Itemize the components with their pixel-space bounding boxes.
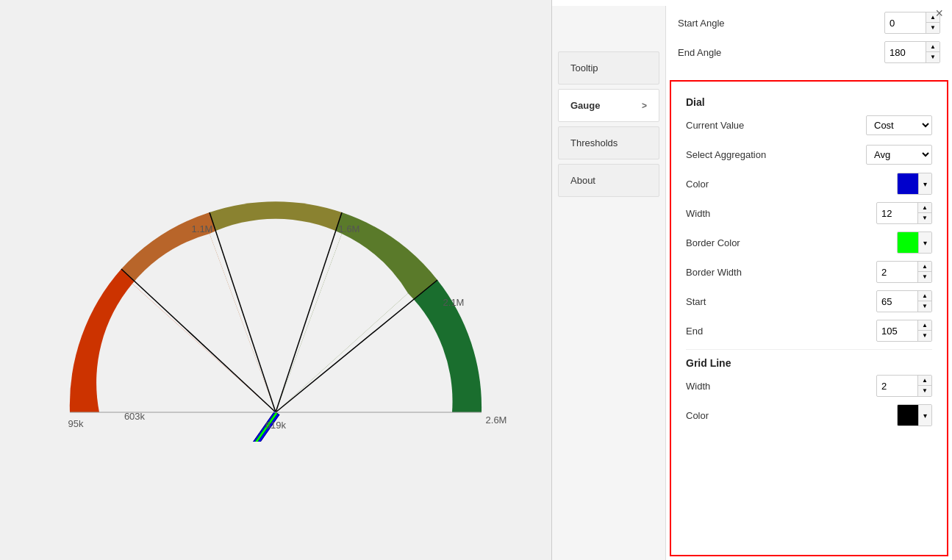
aggregation-control[interactable]: Avg Sum Min Max <box>866 145 932 165</box>
svg-text:2.1M: 2.1M <box>443 297 465 308</box>
end-angle-up[interactable]: ▲ <box>926 42 940 52</box>
start-angle-label: Start Angle <box>678 18 884 29</box>
close-button[interactable]: × <box>935 6 943 21</box>
dial-width-input[interactable]: ▲ ▼ <box>876 202 932 224</box>
dial-start-label: Start <box>686 296 876 307</box>
end-angle-down[interactable]: ▼ <box>926 52 940 62</box>
grid-width-down[interactable]: ▼ <box>918 386 931 396</box>
aggregation-select[interactable]: Avg Sum Min Max <box>866 145 932 165</box>
nav-thresholds[interactable]: Thresholds <box>558 126 659 159</box>
border-width-label: Border Width <box>686 267 876 278</box>
svg-text:603k: 603k <box>124 411 146 422</box>
dial-end-field[interactable] <box>877 323 917 340</box>
end-angle-label: End Angle <box>678 47 884 58</box>
border-color-swatch[interactable] <box>898 232 918 253</box>
svg-text:1.1M: 1.1M <box>192 223 213 234</box>
svg-text:1.6M: 1.6M <box>339 223 360 234</box>
dial-color-label: Color <box>686 179 897 190</box>
panel-top-bar: × <box>552 0 952 6</box>
grid-line-section-title: Grid Line <box>686 357 932 369</box>
dial-color-dropdown[interactable]: ▾ <box>918 173 931 194</box>
border-color-dropdown[interactable]: ▾ <box>918 232 931 253</box>
grid-color-picker[interactable]: ▾ <box>897 404 932 426</box>
right-panel: × Tooltip Gauge > Thresholds About Sta <box>551 0 952 560</box>
start-angle-down[interactable]: ▼ <box>926 23 940 33</box>
dial-start-input[interactable]: ▲ ▼ <box>876 290 932 312</box>
border-color-picker[interactable]: ▾ <box>897 231 932 254</box>
current-value-select[interactable]: Cost Revenue Profit <box>866 115 932 135</box>
grid-color-swatch[interactable] <box>898 405 918 426</box>
dial-section-title: Dial <box>686 96 932 108</box>
dial-start-down[interactable]: ▼ <box>918 301 931 312</box>
svg-text:2.6M: 2.6M <box>486 414 507 426</box>
current-value-label: Current Value <box>686 120 866 131</box>
dial-panel: Dial Current Value Cost Revenue Profit S… <box>670 80 948 556</box>
top-controls: Start Angle ▲ ▼ End Angle ▲ <box>666 6 952 76</box>
dial-end-up[interactable]: ▲ <box>918 320 931 331</box>
border-color-label: Border Color <box>686 237 897 248</box>
start-angle-field[interactable] <box>885 15 926 32</box>
dial-width-field[interactable] <box>877 205 917 222</box>
dial-start-up[interactable]: ▲ <box>918 291 931 301</box>
border-width-field[interactable] <box>877 264 917 281</box>
dial-color-swatch[interactable] <box>898 173 918 194</box>
dial-width-up[interactable]: ▲ <box>918 203 931 213</box>
end-angle-field[interactable] <box>885 44 926 61</box>
end-angle-input[interactable]: ▲ ▼ <box>884 41 940 63</box>
svg-text:95k: 95k <box>68 418 84 429</box>
aggregation-label: Select Aggregation <box>686 149 866 160</box>
dial-end-down[interactable]: ▼ <box>918 331 931 341</box>
grid-color-dropdown[interactable]: ▾ <box>918 405 931 426</box>
nav-about[interactable]: About <box>558 164 659 197</box>
grid-width-up[interactable]: ▲ <box>918 376 931 386</box>
grid-width-field[interactable] <box>877 378 917 395</box>
grid-color-label: Color <box>686 410 897 421</box>
border-width-down[interactable]: ▼ <box>918 272 931 282</box>
dial-width-down[interactable]: ▼ <box>918 213 931 223</box>
nav-tooltip[interactable]: Tooltip <box>558 51 659 85</box>
dial-end-input[interactable]: ▲ ▼ <box>876 320 932 342</box>
grid-width-label: Width <box>686 381 876 392</box>
border-width-input[interactable]: ▲ ▼ <box>876 261 932 283</box>
dial-width-label: Width <box>686 208 876 219</box>
gauge-arrow: > <box>642 101 647 111</box>
grid-width-input[interactable]: ▲ ▼ <box>876 375 932 397</box>
border-width-up[interactable]: ▲ <box>918 262 931 272</box>
current-value-control[interactable]: Cost Revenue Profit <box>866 115 932 135</box>
start-angle-input[interactable]: ▲ ▼ <box>884 12 940 34</box>
dial-start-field[interactable] <box>877 293 917 310</box>
nav-buttons: Tooltip Gauge > Thresholds About <box>552 6 666 560</box>
svg-text:619k: 619k <box>265 420 287 431</box>
nav-gauge[interactable]: Gauge > <box>558 89 659 122</box>
dial-end-label: End <box>686 326 876 337</box>
dial-color-picker[interactable]: ▾ <box>897 173 932 195</box>
